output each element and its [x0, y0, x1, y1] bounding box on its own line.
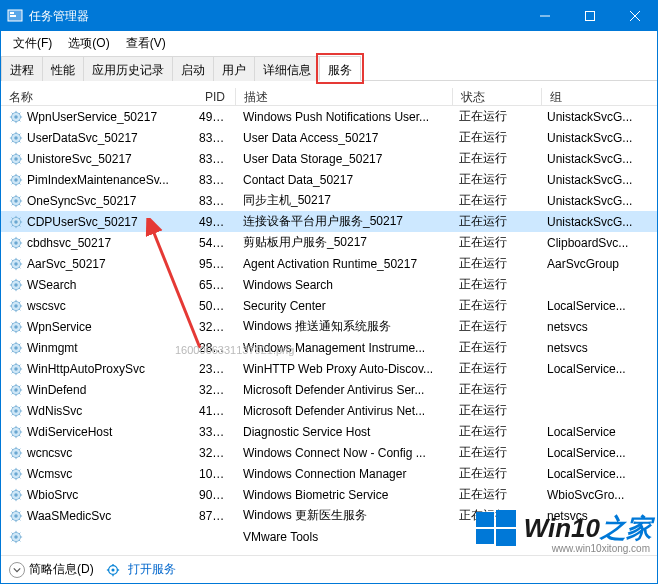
service-name: Winmgmt — [27, 341, 78, 355]
service-row[interactable]: WinDefend3224Microsoft Defender Antiviru… — [1, 379, 657, 400]
service-status: 正在运行 — [451, 108, 539, 125]
service-group: LocalService... — [539, 446, 649, 460]
svg-point-68 — [14, 241, 18, 245]
service-desc: Windows 更新医生服务 — [235, 507, 451, 524]
service-row[interactable]: AarSvc_502179554Agent Activation Runtime… — [1, 253, 657, 274]
svg-line-143 — [12, 385, 13, 386]
service-name: cbdhsvc_50217 — [27, 236, 111, 250]
menubar: 文件(F) 选项(O) 查看(V) — [1, 31, 657, 55]
service-row[interactable]: WdiServiceHost3364Diagnostic Service Hos… — [1, 421, 657, 442]
service-desc: 剪贴板用户服务_50217 — [235, 234, 451, 251]
service-desc: Windows Management Instrume... — [235, 341, 451, 355]
close-button[interactable] — [612, 1, 657, 31]
svg-line-204 — [19, 519, 20, 520]
service-name: OneSyncSvc_50217 — [27, 194, 136, 208]
service-pid: 8344 — [191, 194, 235, 208]
service-status: 正在运行 — [451, 255, 539, 272]
service-row[interactable]: WaaSMedicSvc8788Windows 更新医生服务正在运行netsvc… — [1, 505, 657, 526]
service-row[interactable]: Winmgmt2808Windows Management Instrume..… — [1, 337, 657, 358]
service-icon — [9, 236, 23, 250]
service-status: 正在运行 — [451, 276, 539, 293]
service-group: netsvcs — [539, 509, 649, 523]
svg-line-174 — [19, 456, 20, 457]
svg-line-44 — [19, 183, 20, 184]
service-row[interactable]: cbdhsvc_502175484剪贴板用户服务_50217正在运行Clipbo… — [1, 232, 657, 253]
service-row[interactable]: UserDataSvc_502178344User Data Access_50… — [1, 127, 657, 148]
service-status: 正在运行 — [451, 381, 539, 398]
service-row[interactable]: wscsvc5088Security Center正在运行LocalServic… — [1, 295, 657, 316]
service-group: UnistackSvcG... — [539, 194, 649, 208]
header-pid[interactable]: PID — [191, 90, 235, 104]
service-desc: Windows Connection Manager — [235, 467, 451, 481]
service-icon — [9, 467, 23, 481]
service-pid: 9048 — [191, 488, 235, 502]
svg-line-76 — [12, 246, 13, 247]
menu-view[interactable]: 查看(V) — [118, 32, 174, 55]
tab-启动[interactable]: 启动 — [172, 56, 214, 81]
service-row[interactable]: CDPUserSvc_502174948连接设备平台用户服务_50217正在运行… — [1, 211, 657, 232]
service-group: AarSvcGroup — [539, 257, 649, 271]
header-desc[interactable]: 描述 — [236, 89, 452, 106]
svg-line-196 — [12, 498, 13, 499]
service-row[interactable]: wcncsvc3268Windows Connect Now - Config … — [1, 442, 657, 463]
service-desc: Contact Data_50217 — [235, 173, 451, 187]
svg-line-183 — [12, 469, 13, 470]
service-name: CDPUserSvc_50217 — [27, 215, 138, 229]
service-pid: 5484 — [191, 236, 235, 250]
service-desc: Windows 推送通知系统服务 — [235, 318, 451, 335]
open-services-link[interactable]: 打开服务 — [106, 561, 176, 578]
service-row[interactable]: WinHttpAutoProxySvc2312WinHTTP Web Proxy… — [1, 358, 657, 379]
service-row[interactable]: WSearch6536Windows Search正在运行 — [1, 274, 657, 295]
maximize-button[interactable] — [567, 1, 612, 31]
service-row[interactable]: Wcmsvc1048Windows Connection Manager正在运行… — [1, 463, 657, 484]
service-name: WbioSrvc — [27, 488, 78, 502]
service-row[interactable]: WdNisSvc4172Microsoft Defender Antivirus… — [1, 400, 657, 421]
service-name: WdiServiceHost — [27, 425, 112, 439]
service-pid: 5088 — [191, 299, 235, 313]
service-status: 正在运行 — [451, 423, 539, 440]
service-row[interactable]: WpnUserService_502174988Windows Push Not… — [1, 106, 657, 127]
tab-用户[interactable]: 用户 — [213, 56, 255, 81]
service-icon — [9, 194, 23, 208]
service-name: WSearch — [27, 278, 76, 292]
svg-point-178 — [14, 472, 18, 476]
svg-line-113 — [12, 322, 13, 323]
header-group[interactable]: 组 — [542, 89, 652, 106]
service-desc: Microsoft Defender Antivirus Ser... — [235, 383, 451, 397]
tab-服务[interactable]: 服务 — [319, 56, 361, 81]
header-name[interactable]: 名称 — [1, 89, 191, 106]
tab-应用历史记录[interactable]: 应用历史记录 — [83, 56, 173, 81]
svg-line-144 — [19, 393, 20, 394]
menu-options[interactable]: 选项(O) — [60, 32, 117, 55]
tab-strip: 进程性能应用历史记录启动用户详细信息服务 — [1, 55, 657, 81]
svg-point-8 — [14, 115, 18, 119]
svg-line-53 — [12, 196, 13, 197]
svg-line-135 — [19, 364, 20, 365]
service-row[interactable]: VMware Tools — [1, 526, 657, 547]
service-row[interactable]: WbioSrvc9048Windows Biometric Service正在运… — [1, 484, 657, 505]
service-row[interactable]: WpnService3248Windows 推送通知系统服务正在运行netsvc… — [1, 316, 657, 337]
svg-line-104 — [19, 309, 20, 310]
menu-file[interactable]: 文件(F) — [5, 32, 60, 55]
service-row[interactable]: UnistoreSvc_502178344User Data Storage_5… — [1, 148, 657, 169]
svg-line-194 — [19, 498, 20, 499]
svg-point-58 — [14, 220, 18, 224]
brief-info-toggle[interactable]: 简略信息(D) — [9, 561, 94, 578]
tab-性能[interactable]: 性能 — [42, 56, 84, 81]
svg-point-48 — [14, 199, 18, 203]
svg-point-108 — [14, 325, 18, 329]
service-icon — [9, 530, 23, 544]
service-row[interactable]: PimIndexMaintenanceSv...8344Contact Data… — [1, 169, 657, 190]
tab-详细信息[interactable]: 详细信息 — [254, 56, 320, 81]
service-row[interactable]: OneSyncSvc_502178344同步主机_50217正在运行Unista… — [1, 190, 657, 211]
service-status: 正在运行 — [451, 150, 539, 167]
svg-point-128 — [14, 367, 18, 371]
header-status[interactable]: 状态 — [453, 89, 541, 106]
minimize-button[interactable] — [522, 1, 567, 31]
svg-line-136 — [12, 372, 13, 373]
svg-line-155 — [19, 406, 20, 407]
svg-line-213 — [12, 532, 13, 533]
tab-进程[interactable]: 进程 — [1, 56, 43, 81]
svg-line-13 — [12, 112, 13, 113]
service-icon — [9, 383, 23, 397]
